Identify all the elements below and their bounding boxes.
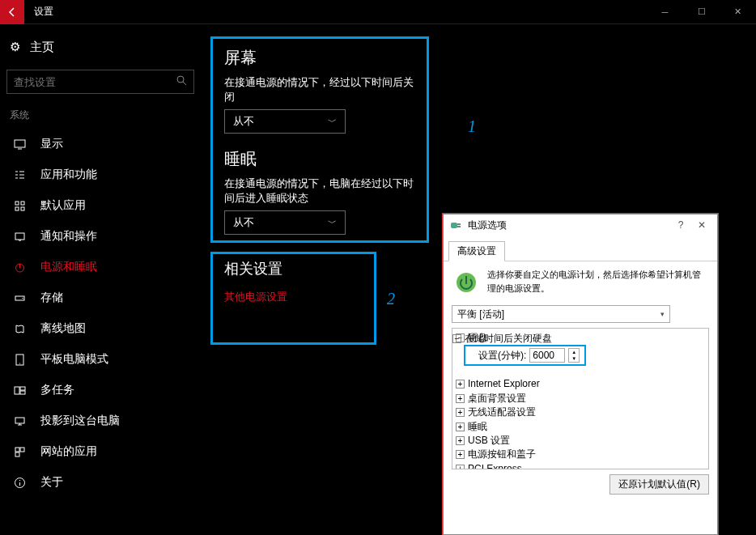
sidebar: ⚙ 主页 系统 显示应用和功能默认应用通知和操作电源和睡眠存储离线地图平板电脑模… [0, 32, 201, 498]
spinner[interactable]: ▲ ▼ [568, 348, 580, 363]
back-button[interactable] [0, 0, 24, 24]
close-button[interactable]: ✕ [720, 0, 756, 24]
display-icon [13, 138, 26, 151]
screen-heading: 屏幕 [224, 47, 415, 69]
dialog-header: 选择你要自定义的电源计划，然后选择你希望计算机管理的电源设置。 [452, 268, 709, 297]
titlebar: 设置 ─ ☐ ✕ [0, 0, 756, 24]
sidebar-item-display[interactable]: 显示 [0, 129, 201, 159]
sidebar-item-tablet[interactable]: 平板电脑模式 [0, 344, 201, 375]
home-label: 主页 [30, 40, 54, 55]
svg-rect-3 [21, 202, 24, 205]
sidebar-item-apps[interactable]: 应用和功能 [0, 159, 201, 190]
multitask-icon [13, 384, 26, 397]
minimize-button[interactable]: ─ [647, 0, 683, 24]
tree-item-usb[interactable]: +USB 设置 [456, 434, 705, 448]
power-plan-value: 平衡 [活动] [457, 308, 504, 321]
collapse-icon[interactable]: − [452, 334, 461, 343]
home-button[interactable]: ⚙ 主页 [0, 32, 201, 62]
related-settings-heading: 相关设置 [224, 259, 363, 278]
tree-item-pci[interactable]: +PCI Express [456, 462, 705, 469]
dialog-body: 选择你要自定义的电源计划，然后选择你希望计算机管理的电源设置。 平衡 [活动] … [444, 261, 717, 501]
sleep-description: 在接通电源的情况下，电脑在经过以下时间后进入睡眠状态 [224, 176, 415, 206]
tree-item-ie[interactable]: +Internet Explorer [456, 377, 705, 391]
tablet-icon [13, 354, 26, 366]
svg-rect-6 [15, 233, 24, 240]
sidebar-item-label: 网站的应用 [40, 444, 97, 459]
svg-point-9 [22, 297, 23, 298]
expand-icon[interactable]: + [456, 465, 465, 469]
power-icon [13, 261, 26, 274]
window-title: 设置 [34, 5, 53, 19]
sidebar-item-map[interactable]: 离线地图 [0, 313, 201, 344]
svg-rect-15 [15, 418, 24, 423]
sidebar-item-label: 关于 [40, 475, 63, 490]
svg-rect-13 [20, 387, 25, 390]
expand-icon[interactable]: + [456, 436, 465, 445]
tab-row: 高级设置 [444, 236, 717, 261]
chevron-down-icon: ▾ [660, 310, 665, 318]
screen-description: 在接通电源的情况下，经过以下时间后关闭 [224, 75, 415, 104]
dialog-header-text: 选择你要自定义的电源计划，然后选择你希望计算机管理的电源设置。 [487, 268, 709, 297]
annotation-2: 2 [387, 290, 395, 308]
search-input[interactable] [7, 76, 170, 88]
svg-rect-14 [20, 391, 25, 394]
other-power-settings-link[interactable]: 其他电源设置 [224, 290, 363, 304]
svg-point-11 [19, 363, 19, 363]
gear-icon: ⚙ [10, 40, 20, 54]
tree-item-wifi[interactable]: +无线适配器设置 [456, 405, 705, 419]
sidebar-item-multitask[interactable]: 多任务 [0, 375, 201, 405]
sleep-timeout-value: 从不 [233, 215, 254, 230]
minutes-input[interactable]: 6000 [529, 348, 565, 363]
tab-advanced[interactable]: 高级设置 [448, 241, 505, 261]
sidebar-item-storage[interactable]: 存储 [0, 282, 201, 313]
restore-defaults-button[interactable]: 还原计划默认值(R) [609, 474, 709, 495]
sidebar-item-project[interactable]: 投影到这台电脑 [0, 405, 201, 436]
screen-timeout-dropdown[interactable]: 从不 ﹀ [224, 109, 346, 134]
dialog-titlebar: 电源选项 ? ✕ [444, 214, 717, 236]
power-options-dialog: 电源选项 ? ✕ 高级设置 选择你要自定义的电源计划，然后选择你希望计算机管理的… [443, 214, 718, 535]
svg-rect-12 [15, 387, 19, 394]
settings-tree[interactable]: −硬盘 −在此时间后关闭硬盘 设置(分钟): 6000 ▲ ▼ +Interne… [452, 328, 709, 469]
sidebar-item-default[interactable]: 默认应用 [0, 190, 201, 221]
sleep-heading: 睡眠 [224, 148, 415, 170]
search-box[interactable] [6, 70, 194, 94]
sidebar-item-label: 默认应用 [40, 198, 86, 213]
expand-icon[interactable]: + [456, 380, 465, 389]
sidebar-item-label: 平板电脑模式 [40, 352, 108, 367]
svg-rect-2 [15, 202, 19, 205]
sidebar-item-power[interactable]: 电源和睡眠 [0, 252, 201, 282]
map-icon [13, 323, 26, 335]
dialog-close-button[interactable]: ✕ [691, 219, 712, 231]
expand-icon[interactable]: + [456, 394, 465, 403]
sleep-timeout-dropdown[interactable]: 从不 ﹀ [224, 210, 346, 235]
highlight-box-1: 屏幕 在接通电源的情况下，经过以下时间后关闭 从不 ﹀ 睡眠 在接通电源的情况下… [210, 36, 429, 243]
dialog-help-button[interactable]: ? [670, 219, 691, 231]
expand-icon[interactable]: + [456, 450, 465, 459]
sidebar-item-label: 离线地图 [40, 321, 86, 336]
spinner-down[interactable]: ▼ [569, 355, 579, 362]
arrow-left-icon [6, 6, 18, 18]
svg-rect-5 [21, 207, 24, 210]
tree-item-bg[interactable]: +桌面背景设置 [456, 392, 705, 405]
setting-label: 设置(分钟): [478, 349, 526, 363]
expand-icon[interactable]: + [456, 422, 465, 431]
power-plan-select[interactable]: 平衡 [活动] ▾ [452, 305, 670, 323]
about-icon [13, 477, 26, 489]
tree-item-sleep[interactable]: +睡眠 [456, 420, 705, 434]
annotation-1: 1 [468, 117, 476, 136]
sidebar-item-label: 存储 [40, 291, 63, 305]
svg-rect-16 [15, 448, 19, 452]
tree-item-powerbtn[interactable]: +电源按钮和盖子 [456, 448, 705, 461]
power-plug-icon [448, 218, 463, 232]
svg-rect-1 [15, 140, 25, 147]
sidebar-item-notify[interactable]: 通知和操作 [0, 221, 201, 252]
tree-item-hdd-off[interactable]: −在此时间后关闭硬盘 设置(分钟): 6000 ▲ ▼ [456, 345, 705, 366]
search-icon [170, 75, 193, 88]
maximize-button[interactable]: ☐ [683, 0, 720, 24]
svg-rect-4 [15, 207, 19, 210]
spinner-up[interactable]: ▲ [569, 349, 579, 355]
expand-icon[interactable]: + [456, 408, 465, 417]
sidebar-item-about[interactable]: 关于 [0, 467, 201, 498]
highlight-box-2: 相关设置 其他电源设置 [210, 252, 376, 345]
sidebar-item-webapps[interactable]: 网站的应用 [0, 436, 201, 467]
